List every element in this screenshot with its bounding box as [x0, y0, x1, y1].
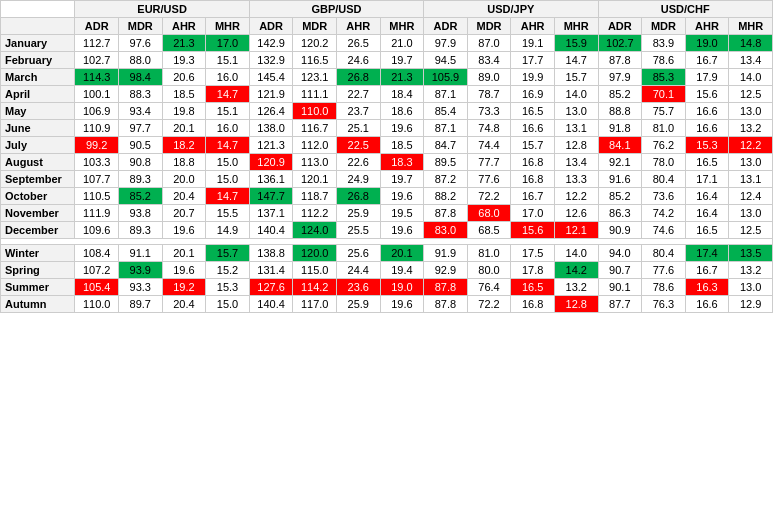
chf-mhr-cell: 13.0: [729, 154, 773, 171]
chf-adr-cell: 87.8: [598, 52, 642, 69]
jpy-mhr-cell: 12.6: [554, 205, 598, 222]
eur-mhr-cell: 14.9: [206, 222, 250, 239]
jpy-adr-cell: 87.8: [424, 205, 468, 222]
jpy-ahr-cell: 16.8: [511, 154, 555, 171]
gbp-mdr-cell: 114.2: [293, 279, 337, 296]
chf-mdr-cell: 85.3: [642, 69, 686, 86]
jpy-ahr-cell: 19.1: [511, 35, 555, 52]
row-label: Winter: [1, 245, 75, 262]
gbp-adr-cell: 137.1: [249, 205, 293, 222]
row-label: February: [1, 52, 75, 69]
jpy-adr-cell: 105.9: [424, 69, 468, 86]
jpy-mhr-cell: 15.7: [554, 69, 598, 86]
eur-ahr-cell: 18.2: [162, 137, 206, 154]
gbp-ahr-cell: 25.9: [336, 205, 380, 222]
eur-ahr-cell: 19.6: [162, 262, 206, 279]
chf-adr-cell: 85.2: [598, 188, 642, 205]
eur-mhr-cell: 16.0: [206, 69, 250, 86]
chf-mhr-cell: 14.8: [729, 35, 773, 52]
eur-adr-cell: 103.3: [75, 154, 119, 171]
table-row: April100.188.318.514.7121.9111.122.718.4…: [1, 86, 773, 103]
chf-mdr-cell: 78.0: [642, 154, 686, 171]
chf-ahr-cell: 16.7: [685, 52, 729, 69]
eur-mhr-cell: 14.7: [206, 86, 250, 103]
chf-ahr-cell: 17.1: [685, 171, 729, 188]
eur-mhr-cell: 17.0: [206, 35, 250, 52]
table-row: Spring107.293.919.615.2131.4115.024.419.…: [1, 262, 773, 279]
chf-mdr-cell: 75.7: [642, 103, 686, 120]
gbp-adr-cell: 140.4: [249, 296, 293, 313]
gbp-mdr-header: MDR: [293, 18, 337, 35]
chf-mhr-cell: 12.4: [729, 188, 773, 205]
jpy-mdr-cell: 77.6: [467, 171, 511, 188]
gbp-mdr-cell: 120.0: [293, 245, 337, 262]
gbp-adr-header: ADR: [249, 18, 293, 35]
eur-mdr-cell: 88.0: [119, 52, 163, 69]
chf-ahr-cell: 16.3: [685, 279, 729, 296]
group-header-row: EUR/USD GBP/USD USD/JPY USD/CHF: [1, 1, 773, 18]
chf-mhr-header: MHR: [729, 18, 773, 35]
gbp-ahr-cell: 25.1: [336, 120, 380, 137]
gbp-mhr-cell: 21.0: [380, 35, 424, 52]
eur-mdr-cell: 85.2: [119, 188, 163, 205]
chf-mhr-cell: 12.5: [729, 222, 773, 239]
eur-mdr-cell: 93.8: [119, 205, 163, 222]
chf-ahr-cell: 16.6: [685, 103, 729, 120]
chf-mdr-cell: 76.2: [642, 137, 686, 154]
gbp-mdr-cell: 111.1: [293, 86, 337, 103]
jpy-mdr-cell: 74.4: [467, 137, 511, 154]
chf-adr-header: ADR: [598, 18, 642, 35]
chf-ahr-cell: 16.5: [685, 222, 729, 239]
table-row: December109.689.319.614.9140.4124.025.51…: [1, 222, 773, 239]
gbp-ahr-cell: 24.6: [336, 52, 380, 69]
eur-ahr-cell: 20.7: [162, 205, 206, 222]
jpy-ahr-cell: 15.7: [511, 137, 555, 154]
gbp-ahr-cell: 22.7: [336, 86, 380, 103]
chf-adr-cell: 90.1: [598, 279, 642, 296]
chf-mhr-cell: 13.4: [729, 52, 773, 69]
gbp-mhr-cell: 19.6: [380, 120, 424, 137]
chf-mhr-cell: 13.5: [729, 245, 773, 262]
table-row: August103.390.818.815.0120.9113.022.618.…: [1, 154, 773, 171]
chf-ahr-cell: 16.7: [685, 262, 729, 279]
gbp-mdr-cell: 116.5: [293, 52, 337, 69]
jpy-adr-cell: 85.4: [424, 103, 468, 120]
eur-ahr-cell: 19.2: [162, 279, 206, 296]
chf-ahr-cell: 19.0: [685, 35, 729, 52]
jpy-ahr-cell: 16.8: [511, 171, 555, 188]
chf-adr-cell: 86.3: [598, 205, 642, 222]
gbp-adr-cell: 140.4: [249, 222, 293, 239]
jpy-ahr-cell: 15.6: [511, 222, 555, 239]
jpy-adr-cell: 88.2: [424, 188, 468, 205]
jpy-mdr-cell: 89.0: [467, 69, 511, 86]
gbp-mhr-cell: 19.5: [380, 205, 424, 222]
gbp-mdr-cell: 112.2: [293, 205, 337, 222]
main-table: EUR/USD GBP/USD USD/JPY USD/CHF ADR MDR …: [0, 0, 773, 313]
eur-adr-cell: 106.9: [75, 103, 119, 120]
subheader-row: ADR MDR AHR MHR ADR MDR AHR MHR ADR MDR …: [1, 18, 773, 35]
eur-mdr-cell: 93.9: [119, 262, 163, 279]
jpy-ahr-header: AHR: [511, 18, 555, 35]
gbp-ahr-cell: 23.6: [336, 279, 380, 296]
gbp-mhr-cell: 19.0: [380, 279, 424, 296]
chf-mdr-cell: 81.0: [642, 120, 686, 137]
chf-adr-cell: 85.2: [598, 86, 642, 103]
eur-adr-cell: 107.7: [75, 171, 119, 188]
eur-ahr-cell: 20.1: [162, 245, 206, 262]
chf-ahr-header: AHR: [685, 18, 729, 35]
row-label: May: [1, 103, 75, 120]
jpy-mhr-cell: 14.2: [554, 262, 598, 279]
gbp-mdr-cell: 116.7: [293, 120, 337, 137]
gbp-mhr-cell: 19.6: [380, 222, 424, 239]
chf-ahr-cell: 16.6: [685, 120, 729, 137]
eur-mdr-cell: 91.1: [119, 245, 163, 262]
gbp-mdr-cell: 112.0: [293, 137, 337, 154]
chf-mdr-cell: 80.4: [642, 171, 686, 188]
table-row: November111.993.820.715.5137.1112.225.91…: [1, 205, 773, 222]
gbp-ahr-cell: 24.9: [336, 171, 380, 188]
chf-adr-cell: 91.8: [598, 120, 642, 137]
jpy-mhr-cell: 13.1: [554, 120, 598, 137]
eur-mdr-cell: 89.3: [119, 222, 163, 239]
gbp-mdr-cell: 110.0: [293, 103, 337, 120]
table-row: May106.993.419.815.1126.4110.023.718.685…: [1, 103, 773, 120]
